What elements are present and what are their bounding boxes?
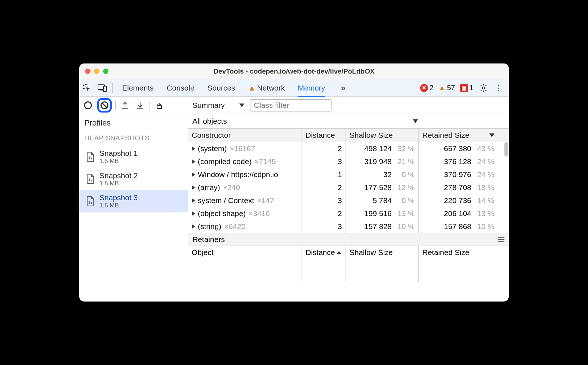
table-row[interactable]: (array) ×240 2 177 528 12 % 278 708 18 % [188, 181, 509, 194]
constructor-name: (object shape) [198, 209, 246, 218]
svg-rect-6 [89, 157, 90, 159]
constructor-name: Window / https://cdpn.io [198, 170, 278, 179]
table-row[interactable]: Window / https://cdpn.io 1 32 0 % 370 97… [188, 168, 509, 181]
svg-rect-7 [91, 158, 92, 159]
titlebar: DevTools - codepen.io/web-dot-dev/live/P… [79, 63, 509, 79]
distance-value: 2 [302, 142, 346, 155]
table-row[interactable]: (compiled code) ×7145 3 319 948 21 % 376… [188, 155, 509, 168]
distance-value: 3 [302, 220, 346, 233]
distance-value: 2 [302, 207, 346, 220]
retained-size-value: 278 708 [444, 183, 471, 192]
table-row[interactable]: (object shape) ×3416 2 199 516 13 % 206 … [188, 207, 509, 220]
profiles-heading: Profiles [79, 114, 188, 131]
close-window-button[interactable] [85, 69, 90, 74]
shallow-size-value: 32 [383, 170, 392, 179]
warning-triangle-icon: ▲ [248, 84, 256, 92]
constructor-name: (string) [198, 222, 221, 231]
shallow-size-pct: 0 % [396, 170, 415, 179]
shallow-size-pct: 13 % [396, 209, 415, 218]
snapshot-item[interactable]: Snapshot 2 1.5 MB [79, 168, 188, 190]
more-tabs-icon[interactable]: » [338, 83, 348, 93]
col-shallow-size[interactable]: Shallow Size [346, 129, 419, 142]
svg-rect-8 [89, 179, 90, 181]
ret-col-object[interactable]: Object [188, 246, 302, 259]
table-row[interactable]: (string) ×6420 3 157 828 10 % 157 868 10… [188, 220, 509, 233]
tab-memory[interactable]: Memory [298, 84, 325, 97]
snapshot-file-icon [86, 196, 95, 207]
ret-col-shallow[interactable]: Shallow Size [346, 246, 419, 259]
snapshot-name: Snapshot 1 [99, 149, 138, 158]
retained-size-value: 376 128 [444, 157, 471, 166]
expand-icon [192, 172, 195, 177]
minimize-window-button[interactable] [94, 69, 99, 74]
col-retained-size[interactable]: Retained Size [419, 129, 498, 142]
ret-col-retained[interactable]: Retained Size [419, 246, 498, 259]
constructor-name: (compiled code) [198, 157, 251, 166]
tab-network[interactable]: ▲Network [248, 84, 285, 92]
snapshot-file-icon [86, 151, 95, 162]
expand-icon [192, 224, 195, 229]
snapshot-name: Snapshot 3 [99, 193, 138, 202]
chevron-down-icon [239, 104, 244, 107]
constructor-name: (system) [198, 144, 227, 153]
retainers-body [188, 259, 509, 282]
instance-count: ×7145 [254, 157, 276, 166]
class-filter-input[interactable] [250, 99, 331, 111]
instance-count: ×147 [257, 196, 274, 205]
chevron-down-icon [413, 119, 418, 123]
svg-rect-10 [89, 201, 90, 204]
retainers-header: Retainers [188, 233, 509, 246]
shallow-size-value: 157 828 [364, 222, 392, 231]
tab-elements[interactable]: Elements [122, 84, 154, 92]
svg-point-4 [482, 87, 485, 89]
upload-icon[interactable] [119, 100, 131, 111]
maximize-window-button[interactable] [103, 69, 108, 74]
snapshot-item[interactable]: Snapshot 3 1.5 MB [79, 190, 188, 212]
col-distance[interactable]: Distance [302, 129, 346, 142]
table-row[interactable]: (system) ×16167 2 498 124 32 % 657 380 4… [188, 142, 509, 155]
tab-sources[interactable]: Sources [208, 84, 235, 92]
kebab-menu-icon[interactable]: ⋮ [494, 83, 504, 93]
snapshot-file-icon [86, 173, 95, 184]
issues-badge[interactable]: ▣ 1 [460, 84, 473, 92]
distance-value: 3 [302, 194, 346, 207]
warnings-badge[interactable]: ▲ 57 [438, 84, 455, 92]
record-button[interactable] [82, 100, 94, 111]
retained-size-pct: 18 % [476, 183, 494, 192]
heap-snapshots-heading: HEAP SNAPSHOTS [79, 131, 188, 146]
snapshot-name: Snapshot 2 [99, 171, 138, 180]
retained-size-value: 370 976 [444, 170, 471, 179]
svg-rect-5 [157, 105, 161, 109]
distance-value: 3 [302, 155, 346, 168]
retained-size-pct: 24 % [476, 157, 494, 166]
shallow-size-pct: 21 % [396, 157, 415, 166]
instance-count: ×16167 [230, 144, 255, 153]
device-toolbar-icon[interactable] [97, 83, 107, 93]
settings-gear-icon[interactable] [478, 83, 489, 93]
object-filter-row[interactable]: All objects [188, 114, 509, 128]
main-tabbar: Elements Console Sources ▲Network Memory… [79, 79, 509, 97]
table-scrollbar[interactable] [504, 142, 508, 157]
sidebar-toolbar [79, 97, 188, 114]
garbage-collect-icon[interactable] [153, 100, 165, 111]
table-row[interactable]: system / Context ×147 3 5 784 0 % 220 73… [188, 194, 509, 207]
retainers-menu-icon[interactable] [498, 237, 504, 242]
download-icon[interactable] [134, 100, 146, 111]
tab-console[interactable]: Console [167, 84, 195, 92]
instance-count: ×240 [223, 183, 240, 192]
shallow-size-value: 199 516 [364, 209, 392, 218]
profiles-sidebar: Profiles HEAP SNAPSHOTS Snapshot 1 1.5 M… [79, 97, 188, 302]
constructor-name: (array) [198, 183, 220, 192]
inspect-element-icon[interactable] [82, 83, 92, 93]
shallow-size-value: 177 528 [364, 183, 392, 192]
distance-value: 1 [302, 168, 346, 181]
view-mode-dropdown[interactable]: Summary [192, 101, 244, 110]
snapshot-item[interactable]: Snapshot 1 1.5 MB [79, 146, 188, 168]
warning-icon: ▲ [438, 84, 446, 92]
clear-profiles-button[interactable] [97, 98, 112, 113]
ret-col-distance[interactable]: Distance [302, 246, 346, 259]
errors-badge[interactable]: ✕ 2 [420, 84, 433, 92]
col-constructor[interactable]: Constructor [188, 129, 302, 142]
constructors-table: Constructor Distance Shallow Size Retain… [188, 128, 509, 233]
svg-rect-11 [91, 202, 92, 204]
